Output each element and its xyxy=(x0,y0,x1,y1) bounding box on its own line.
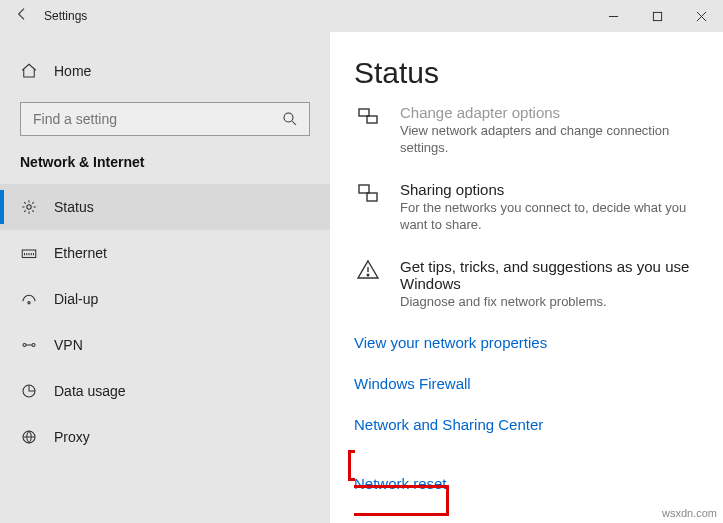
close-button[interactable] xyxy=(679,0,723,32)
title-bar: Settings xyxy=(0,0,723,32)
block-desc: For the networks you connect to, decide … xyxy=(400,200,695,234)
nav-label: Dial-up xyxy=(54,291,98,307)
nav-label: VPN xyxy=(54,337,83,353)
link-network-properties[interactable]: View your network properties xyxy=(354,334,547,351)
vpn-icon xyxy=(20,336,38,354)
nav-label: Status xyxy=(54,199,94,215)
sidebar: Home Network & Internet Status xyxy=(0,32,330,523)
proxy-icon xyxy=(20,428,38,446)
svg-point-6 xyxy=(32,344,35,347)
minimize-button[interactable] xyxy=(591,0,635,32)
nav-label: Data usage xyxy=(54,383,126,399)
block-adapter[interactable]: Change adapter options View network adap… xyxy=(354,94,695,171)
nav-item-dialup[interactable]: Dial-up xyxy=(0,276,330,322)
svg-rect-0 xyxy=(653,12,661,20)
watermark: wsxdn.com xyxy=(662,507,717,519)
nav-label: Ethernet xyxy=(54,245,107,261)
block-sharing[interactable]: Sharing options For the networks you con… xyxy=(354,171,695,248)
link-windows-firewall[interactable]: Windows Firewall xyxy=(354,375,471,392)
back-button[interactable] xyxy=(0,6,44,26)
home-label: Home xyxy=(54,63,91,79)
block-title: Change adapter options xyxy=(400,104,695,121)
link-network-reset[interactable]: Network reset xyxy=(354,475,447,492)
svg-rect-9 xyxy=(359,109,369,116)
block-desc: Diagnose and fix network problems. xyxy=(400,294,695,311)
warning-icon xyxy=(354,258,382,311)
search-box[interactable] xyxy=(20,102,310,136)
nav-item-ethernet[interactable]: Ethernet xyxy=(0,230,330,276)
highlight-box: Network reset xyxy=(348,450,695,516)
datausage-icon xyxy=(20,382,38,400)
svg-point-5 xyxy=(23,344,26,347)
adapter-icon xyxy=(354,104,382,157)
nav-list: Status Ethernet Dial-up xyxy=(0,184,330,460)
svg-point-13 xyxy=(367,274,369,276)
svg-point-2 xyxy=(27,205,32,210)
block-title: Get tips, tricks, and suggestions as you… xyxy=(400,258,695,292)
svg-point-1 xyxy=(284,113,293,122)
nav-item-proxy[interactable]: Proxy xyxy=(0,414,330,460)
svg-rect-10 xyxy=(367,116,377,123)
search-input[interactable] xyxy=(31,110,261,128)
window-title: Settings xyxy=(44,9,87,23)
nav-item-vpn[interactable]: VPN xyxy=(0,322,330,368)
svg-rect-11 xyxy=(359,185,369,193)
main-panel: Status Change adapter options View netwo… xyxy=(330,32,723,523)
maximize-button[interactable] xyxy=(635,0,679,32)
category-header: Network & Internet xyxy=(0,154,330,184)
nav-item-datausage[interactable]: Data usage xyxy=(0,368,330,414)
nav-item-status[interactable]: Status xyxy=(0,184,330,230)
block-desc: View network adapters and change connect… xyxy=(400,123,695,157)
home-icon xyxy=(20,62,38,80)
block-tips[interactable]: Get tips, tricks, and suggestions as you… xyxy=(354,248,695,325)
page-heading: Status xyxy=(354,56,695,90)
status-icon xyxy=(20,198,38,216)
sharing-icon xyxy=(354,181,382,234)
links-section: View your network properties Windows Fir… xyxy=(354,334,695,510)
svg-rect-12 xyxy=(367,193,377,201)
svg-point-4 xyxy=(28,302,30,304)
block-title: Sharing options xyxy=(400,181,695,198)
nav-label: Proxy xyxy=(54,429,90,445)
home-nav[interactable]: Home xyxy=(0,54,330,88)
search-icon xyxy=(281,110,299,128)
dialup-icon xyxy=(20,290,38,308)
link-network-sharing-center[interactable]: Network and Sharing Center xyxy=(354,416,543,433)
ethernet-icon xyxy=(20,244,38,262)
